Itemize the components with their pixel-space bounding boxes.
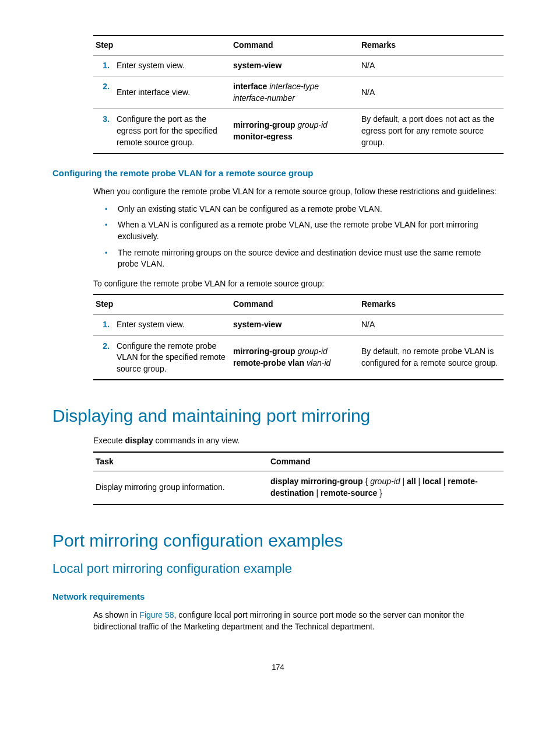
col-command: Command bbox=[231, 295, 359, 314]
step-num: 3. bbox=[93, 109, 114, 153]
figure-link[interactable]: Figure 58 bbox=[139, 610, 174, 620]
heading-local-example: Local port mirroring configuration examp… bbox=[52, 560, 504, 578]
heading-configuring-remote-probe-vlan: Configuring the remote probe VLAN for a … bbox=[52, 167, 504, 179]
table-row: 1. Enter system view. system-view N/A bbox=[93, 55, 504, 76]
heading-displaying-maintaining: Displaying and maintaining port mirrorin… bbox=[52, 404, 504, 428]
step-cmd: interface interface-type interface-numbe… bbox=[231, 76, 359, 109]
step-cmd: mirroring-group group-id remote-probe vl… bbox=[231, 335, 359, 380]
step-remarks: N/A bbox=[359, 314, 504, 335]
step-num: 1. bbox=[93, 314, 114, 335]
table-remote-probe-vlan: Step Command Remarks 1. Enter system vie… bbox=[93, 294, 504, 380]
network-req-para: As shown in Figure 58, configure local p… bbox=[93, 610, 504, 632]
table1-container: Step Command Remarks 1. Enter system vie… bbox=[52, 35, 504, 154]
step-num: 2. bbox=[93, 335, 114, 380]
step-desc: Configure the remote probe VLAN for the … bbox=[114, 335, 231, 380]
table-row: 2. Enter interface view. interface inter… bbox=[93, 76, 504, 109]
table-row: 1. Enter system view. system-view N/A bbox=[93, 314, 504, 335]
table-row: 3. Configure the port as the egress port… bbox=[93, 109, 504, 153]
step-desc: Enter interface view. bbox=[114, 76, 231, 109]
step-num: 1. bbox=[93, 55, 114, 76]
task-cmd: display mirroring-group { group-id | all… bbox=[268, 471, 504, 505]
step-cmd: system-view bbox=[231, 55, 359, 76]
intro-para: When you configure the remote probe VLAN… bbox=[93, 186, 504, 198]
display-para: Execute display commands in any view. bbox=[93, 435, 504, 447]
step-cmd: mirroring-group group-id monitor-egress bbox=[231, 109, 359, 153]
col-step: Step bbox=[93, 295, 231, 314]
section2-body: Execute display commands in any view. Ta… bbox=[52, 435, 504, 505]
step-remarks: By default, a port does not act as the e… bbox=[359, 109, 504, 153]
heading-config-examples: Port mirroring configuration examples bbox=[52, 528, 504, 553]
guideline-list: Only an existing static VLAN can be conf… bbox=[93, 204, 504, 270]
col-remarks: Remarks bbox=[359, 295, 504, 314]
step-remarks: N/A bbox=[359, 76, 504, 109]
col-command: Command bbox=[268, 452, 504, 471]
page-number: 174 bbox=[52, 662, 504, 673]
task-desc: Display mirroring group information. bbox=[93, 471, 268, 505]
table-row: Display mirroring group information. dis… bbox=[93, 471, 504, 505]
table-display-commands: Task Command Display mirroring group inf… bbox=[93, 452, 504, 505]
step-remarks: N/A bbox=[359, 55, 504, 76]
step-desc: Configure the port as the egress port fo… bbox=[114, 109, 231, 153]
col-command: Command bbox=[231, 36, 359, 55]
step-remarks: By default, no remote probe VLAN is conf… bbox=[359, 335, 504, 380]
col-step: Step bbox=[93, 36, 231, 55]
col-remarks: Remarks bbox=[359, 36, 504, 55]
lead-in-para: To configure the remote probe VLAN for a… bbox=[93, 278, 504, 290]
heading-network-requirements: Network requirements bbox=[52, 590, 504, 603]
list-item: Only an existing static VLAN can be conf… bbox=[93, 204, 504, 215]
col-task: Task bbox=[93, 452, 268, 471]
list-item: When a VLAN is configured as a remote pr… bbox=[93, 219, 504, 242]
step-desc: Enter system view. bbox=[114, 55, 231, 76]
section1-body: When you configure the remote probe VLAN… bbox=[52, 186, 504, 380]
table-egress-port: Step Command Remarks 1. Enter system vie… bbox=[93, 35, 504, 154]
step-cmd: system-view bbox=[231, 314, 359, 335]
section3-body: As shown in Figure 58, configure local p… bbox=[52, 610, 504, 632]
step-desc: Enter system view. bbox=[114, 314, 231, 335]
step-num: 2. bbox=[93, 76, 114, 109]
table-row: 2. Configure the remote probe VLAN for t… bbox=[93, 335, 504, 380]
list-item: The remote mirroring groups on the sourc… bbox=[93, 247, 504, 270]
